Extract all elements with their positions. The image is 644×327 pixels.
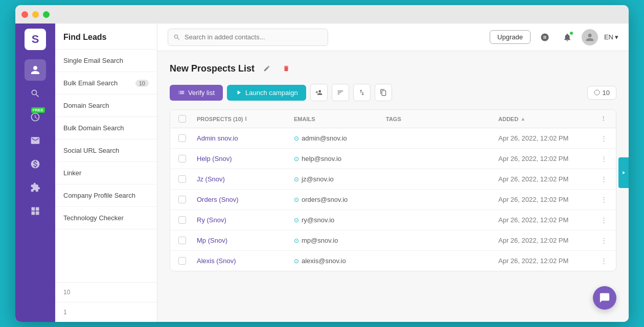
- row-date-1: Apr 26, 2022, 12:02 PM: [494, 149, 596, 169]
- row-name-1[interactable]: Help (Snov): [193, 149, 290, 169]
- copy-button[interactable]: [375, 84, 392, 101]
- row-checkbox-input-2[interactable]: [178, 175, 186, 183]
- row-tags-3: [382, 194, 494, 206]
- launch-campaign-button[interactable]: Launch campaign: [227, 85, 306, 101]
- nav-item-linker[interactable]: Linker: [55, 162, 157, 184]
- th-added[interactable]: ADDED ▲: [494, 110, 596, 128]
- select-all-checkbox[interactable]: [178, 115, 186, 123]
- row-email-3: ⊙ orders@snov.io: [290, 190, 382, 209]
- app-logo[interactable]: S: [25, 29, 46, 50]
- row-more-2[interactable]: ⋮: [596, 169, 612, 189]
- row-name-0[interactable]: Admin snov.io: [193, 128, 290, 148]
- circle-icon: [594, 89, 600, 96]
- table-row: Orders (Snov) ⊙ orders@snov.io Apr 26, 2…: [170, 190, 616, 210]
- rail-icon-dollar[interactable]: [25, 153, 46, 175]
- chat-button[interactable]: [593, 286, 616, 310]
- email-status-icon-5: ⊙: [294, 237, 299, 244]
- row-tags-5: [382, 235, 494, 247]
- row-name-2[interactable]: Jz (Snov): [193, 169, 290, 189]
- verify-list-button[interactable]: Verify list: [170, 85, 223, 101]
- row-more-0[interactable]: ⋮: [596, 128, 612, 148]
- notification-icon[interactable]: [559, 29, 576, 45]
- table-header: PROSPECTS (10) ℹ EMAILS TAGS ADDED: [170, 110, 616, 128]
- th-tags[interactable]: TAGS: [382, 110, 494, 128]
- sort-button[interactable]: [353, 84, 371, 101]
- row-checkbox-4: [174, 210, 193, 230]
- rail-icon-clock[interactable]: FREE: [25, 106, 46, 128]
- nav-item-company-profile[interactable]: Company Profile Search: [55, 184, 157, 207]
- nav-item-domain[interactable]: Domain Search: [55, 95, 157, 117]
- count-badge: 10: [587, 86, 616, 100]
- svg-point-0: [594, 90, 600, 95]
- filter-button[interactable]: [332, 84, 349, 101]
- delete-list-button[interactable]: [279, 61, 293, 76]
- row-date-5: Apr 26, 2022, 12:02 PM: [494, 230, 596, 250]
- email-status-icon-0: ⊙: [294, 135, 299, 142]
- titlebar: [15, 5, 629, 24]
- close-dot[interactable]: [21, 11, 28, 18]
- table-row: Mp (Snov) ⊙ mp@snov.io Apr 26, 2022, 12:…: [170, 230, 616, 251]
- nav-header: Find Leads: [55, 24, 157, 50]
- row-email-1: ⊙ help@snov.io: [290, 149, 382, 169]
- row-more-4[interactable]: ⋮: [596, 210, 612, 230]
- email-status-icon-3: ⊙: [294, 196, 299, 203]
- row-checkbox-input-4[interactable]: [178, 216, 186, 224]
- row-checkbox-input-1[interactable]: [178, 155, 186, 162]
- settings-icon[interactable]: [537, 29, 553, 45]
- toolbar: Verify list Launch campaign: [170, 84, 616, 101]
- row-email-2: ⊙ jz@snov.io: [290, 169, 382, 189]
- row-checkbox-6: [174, 251, 193, 271]
- th-emails[interactable]: EMAILS: [290, 110, 382, 128]
- row-checkbox-input-0[interactable]: [178, 134, 186, 142]
- row-more-3[interactable]: ⋮: [596, 190, 612, 209]
- rail-icon-mail[interactable]: [25, 130, 46, 151]
- nav-bottom-item-1[interactable]: 10: [55, 282, 157, 302]
- main-content: Upgrade EN ▾: [157, 24, 629, 322]
- table-row: Alexis (Snov) ⊙ alexis@snov.io Apr 26, 2…: [170, 251, 616, 271]
- row-checkbox-input-3[interactable]: [178, 196, 186, 203]
- rail-icon-person[interactable]: [25, 59, 46, 81]
- right-tab[interactable]: [618, 157, 629, 188]
- th-prospects[interactable]: PROSPECTS (10) ℹ: [193, 110, 290, 128]
- table-body: Admin snov.io ⊙ admin@snov.io Apr 26, 20…: [170, 128, 616, 271]
- search-box[interactable]: [168, 29, 328, 46]
- minimize-dot[interactable]: [32, 11, 39, 18]
- row-name-3[interactable]: Orders (Snov): [193, 190, 290, 209]
- maximize-dot[interactable]: [43, 11, 50, 18]
- add-contact-button[interactable]: [310, 84, 328, 101]
- language-selector[interactable]: EN ▾: [604, 33, 618, 41]
- notification-dot: [569, 31, 573, 35]
- email-status-icon-2: ⊙: [294, 176, 299, 183]
- row-checkbox-0: [174, 128, 193, 148]
- row-more-6[interactable]: ⋮: [596, 251, 612, 271]
- nav-panel: Find Leads Single Email Search Bulk Emai…: [55, 24, 157, 322]
- row-email-4: ⊙ ry@snov.io: [290, 210, 382, 230]
- rail-icon-puzzle[interactable]: [25, 177, 46, 198]
- nav-item-social-url[interactable]: Social URL Search: [55, 139, 157, 162]
- bulk-email-badge: 10: [135, 80, 149, 87]
- row-name-6[interactable]: Alexis (Snov): [193, 251, 290, 271]
- app-header: Upgrade EN ▾: [157, 24, 629, 51]
- play-icon: [235, 89, 242, 96]
- nav-item-single-email[interactable]: Single Email Search: [55, 50, 157, 72]
- row-more-1[interactable]: ⋮: [596, 149, 612, 169]
- nav-bottom-item-2[interactable]: 1: [55, 302, 157, 322]
- prospects-header: New Prospects List: [170, 61, 616, 76]
- nav-item-technology[interactable]: Technology Checker: [55, 207, 157, 229]
- table-row: Help (Snov) ⊙ help@snov.io Apr 26, 2022,…: [170, 149, 616, 169]
- rail-icon-search[interactable]: [25, 83, 46, 104]
- upgrade-button[interactable]: Upgrade: [490, 30, 531, 44]
- row-name-4[interactable]: Ry (Snov): [193, 210, 290, 230]
- row-more-5[interactable]: ⋮: [596, 230, 612, 250]
- nav-item-bulk-email[interactable]: Bulk Email Search 10: [55, 72, 157, 95]
- row-checkbox-input-6[interactable]: [178, 257, 186, 265]
- nav-item-bulk-domain[interactable]: Bulk Domain Search: [55, 117, 157, 139]
- row-date-6: Apr 26, 2022, 12:02 PM: [494, 251, 596, 271]
- row-name-5[interactable]: Mp (Snov): [193, 230, 290, 250]
- avatar[interactable]: [582, 29, 598, 45]
- search-input[interactable]: [185, 33, 323, 41]
- row-checkbox-input-5[interactable]: [178, 237, 186, 244]
- rail-icon-grid[interactable]: [25, 200, 46, 222]
- edit-title-button[interactable]: [260, 61, 274, 76]
- th-checkbox: [174, 110, 193, 128]
